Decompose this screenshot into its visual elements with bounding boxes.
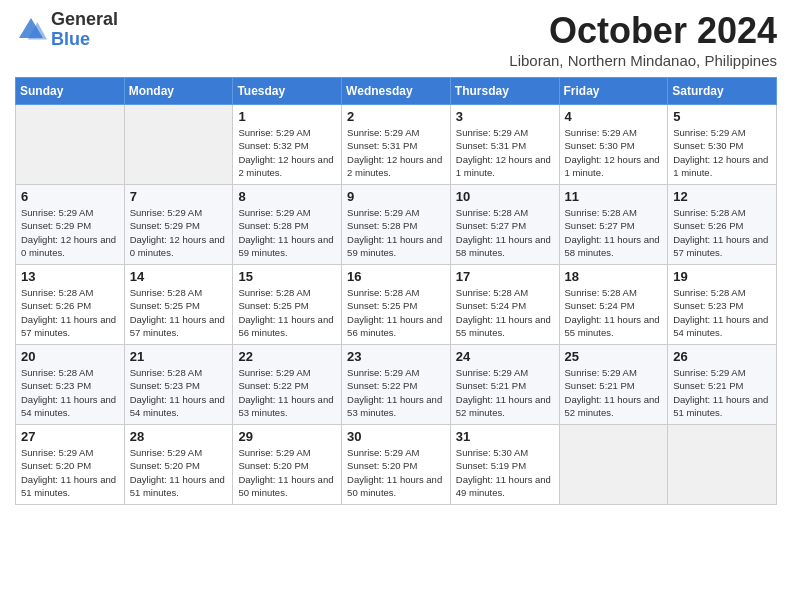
calendar-cell: 26Sunrise: 5:29 AMSunset: 5:21 PMDayligh… <box>668 345 777 425</box>
day-number: 18 <box>565 269 663 284</box>
cell-info: Sunrise: 5:28 AMSunset: 5:24 PMDaylight:… <box>456 286 554 339</box>
calendar-cell: 20Sunrise: 5:28 AMSunset: 5:23 PMDayligh… <box>16 345 125 425</box>
month-title: October 2024 <box>509 10 777 52</box>
cell-info: Sunrise: 5:29 AMSunset: 5:31 PMDaylight:… <box>347 126 445 179</box>
calendar-cell: 31Sunrise: 5:30 AMSunset: 5:19 PMDayligh… <box>450 425 559 505</box>
cell-info: Sunrise: 5:29 AMSunset: 5:20 PMDaylight:… <box>347 446 445 499</box>
cell-info: Sunrise: 5:30 AMSunset: 5:19 PMDaylight:… <box>456 446 554 499</box>
day-number: 1 <box>238 109 336 124</box>
calendar-cell: 15Sunrise: 5:28 AMSunset: 5:25 PMDayligh… <box>233 265 342 345</box>
day-number: 11 <box>565 189 663 204</box>
cell-info: Sunrise: 5:29 AMSunset: 5:22 PMDaylight:… <box>347 366 445 419</box>
day-number: 14 <box>130 269 228 284</box>
calendar-cell: 19Sunrise: 5:28 AMSunset: 5:23 PMDayligh… <box>668 265 777 345</box>
calendar-cell: 30Sunrise: 5:29 AMSunset: 5:20 PMDayligh… <box>342 425 451 505</box>
cell-info: Sunrise: 5:28 AMSunset: 5:23 PMDaylight:… <box>21 366 119 419</box>
cell-info: Sunrise: 5:29 AMSunset: 5:30 PMDaylight:… <box>673 126 771 179</box>
day-number: 16 <box>347 269 445 284</box>
col-header-sunday: Sunday <box>16 78 125 105</box>
calendar-week-1: 1Sunrise: 5:29 AMSunset: 5:32 PMDaylight… <box>16 105 777 185</box>
cell-info: Sunrise: 5:29 AMSunset: 5:28 PMDaylight:… <box>347 206 445 259</box>
cell-info: Sunrise: 5:28 AMSunset: 5:25 PMDaylight:… <box>238 286 336 339</box>
cell-info: Sunrise: 5:28 AMSunset: 5:26 PMDaylight:… <box>673 206 771 259</box>
cell-info: Sunrise: 5:28 AMSunset: 5:25 PMDaylight:… <box>347 286 445 339</box>
col-header-wednesday: Wednesday <box>342 78 451 105</box>
day-number: 26 <box>673 349 771 364</box>
day-number: 12 <box>673 189 771 204</box>
location-subtitle: Liboran, Northern Mindanao, Philippines <box>509 52 777 69</box>
col-header-thursday: Thursday <box>450 78 559 105</box>
day-number: 13 <box>21 269 119 284</box>
calendar-cell: 7Sunrise: 5:29 AMSunset: 5:29 PMDaylight… <box>124 185 233 265</box>
day-number: 10 <box>456 189 554 204</box>
cell-info: Sunrise: 5:29 AMSunset: 5:30 PMDaylight:… <box>565 126 663 179</box>
calendar-cell: 9Sunrise: 5:29 AMSunset: 5:28 PMDaylight… <box>342 185 451 265</box>
col-header-saturday: Saturday <box>668 78 777 105</box>
day-number: 17 <box>456 269 554 284</box>
cell-info: Sunrise: 5:29 AMSunset: 5:31 PMDaylight:… <box>456 126 554 179</box>
cell-info: Sunrise: 5:29 AMSunset: 5:21 PMDaylight:… <box>565 366 663 419</box>
cell-info: Sunrise: 5:29 AMSunset: 5:29 PMDaylight:… <box>21 206 119 259</box>
calendar-cell: 18Sunrise: 5:28 AMSunset: 5:24 PMDayligh… <box>559 265 668 345</box>
calendar-cell <box>668 425 777 505</box>
cell-info: Sunrise: 5:28 AMSunset: 5:27 PMDaylight:… <box>565 206 663 259</box>
calendar-cell: 17Sunrise: 5:28 AMSunset: 5:24 PMDayligh… <box>450 265 559 345</box>
day-number: 2 <box>347 109 445 124</box>
cell-info: Sunrise: 5:29 AMSunset: 5:21 PMDaylight:… <box>673 366 771 419</box>
day-number: 19 <box>673 269 771 284</box>
cell-info: Sunrise: 5:28 AMSunset: 5:23 PMDaylight:… <box>130 366 228 419</box>
calendar-week-4: 20Sunrise: 5:28 AMSunset: 5:23 PMDayligh… <box>16 345 777 425</box>
cell-info: Sunrise: 5:28 AMSunset: 5:26 PMDaylight:… <box>21 286 119 339</box>
day-number: 28 <box>130 429 228 444</box>
col-header-tuesday: Tuesday <box>233 78 342 105</box>
calendar-cell: 8Sunrise: 5:29 AMSunset: 5:28 PMDaylight… <box>233 185 342 265</box>
calendar-cell: 21Sunrise: 5:28 AMSunset: 5:23 PMDayligh… <box>124 345 233 425</box>
day-number: 6 <box>21 189 119 204</box>
logo-icon <box>15 14 47 46</box>
page-header: General Blue October 2024 Liboran, North… <box>15 10 777 69</box>
day-number: 25 <box>565 349 663 364</box>
calendar-cell <box>124 105 233 185</box>
cell-info: Sunrise: 5:28 AMSunset: 5:27 PMDaylight:… <box>456 206 554 259</box>
day-number: 23 <box>347 349 445 364</box>
cell-info: Sunrise: 5:29 AMSunset: 5:28 PMDaylight:… <box>238 206 336 259</box>
day-number: 3 <box>456 109 554 124</box>
cell-info: Sunrise: 5:28 AMSunset: 5:24 PMDaylight:… <box>565 286 663 339</box>
calendar-week-3: 13Sunrise: 5:28 AMSunset: 5:26 PMDayligh… <box>16 265 777 345</box>
logo-blue-text: Blue <box>51 30 118 50</box>
calendar-cell: 12Sunrise: 5:28 AMSunset: 5:26 PMDayligh… <box>668 185 777 265</box>
title-block: October 2024 Liboran, Northern Mindanao,… <box>509 10 777 69</box>
cell-info: Sunrise: 5:29 AMSunset: 5:21 PMDaylight:… <box>456 366 554 419</box>
cell-info: Sunrise: 5:29 AMSunset: 5:29 PMDaylight:… <box>130 206 228 259</box>
cell-info: Sunrise: 5:29 AMSunset: 5:32 PMDaylight:… <box>238 126 336 179</box>
cell-info: Sunrise: 5:29 AMSunset: 5:20 PMDaylight:… <box>238 446 336 499</box>
day-number: 22 <box>238 349 336 364</box>
calendar-cell: 13Sunrise: 5:28 AMSunset: 5:26 PMDayligh… <box>16 265 125 345</box>
day-number: 8 <box>238 189 336 204</box>
day-number: 30 <box>347 429 445 444</box>
day-number: 20 <box>21 349 119 364</box>
col-header-monday: Monday <box>124 78 233 105</box>
day-number: 4 <box>565 109 663 124</box>
cell-info: Sunrise: 5:29 AMSunset: 5:20 PMDaylight:… <box>130 446 228 499</box>
calendar-cell: 14Sunrise: 5:28 AMSunset: 5:25 PMDayligh… <box>124 265 233 345</box>
calendar-cell: 6Sunrise: 5:29 AMSunset: 5:29 PMDaylight… <box>16 185 125 265</box>
cell-info: Sunrise: 5:28 AMSunset: 5:25 PMDaylight:… <box>130 286 228 339</box>
calendar-cell: 11Sunrise: 5:28 AMSunset: 5:27 PMDayligh… <box>559 185 668 265</box>
logo-text: General Blue <box>51 10 118 50</box>
calendar-cell: 25Sunrise: 5:29 AMSunset: 5:21 PMDayligh… <box>559 345 668 425</box>
calendar-cell: 16Sunrise: 5:28 AMSunset: 5:25 PMDayligh… <box>342 265 451 345</box>
calendar-cell: 22Sunrise: 5:29 AMSunset: 5:22 PMDayligh… <box>233 345 342 425</box>
day-number: 21 <box>130 349 228 364</box>
day-number: 15 <box>238 269 336 284</box>
calendar-cell: 28Sunrise: 5:29 AMSunset: 5:20 PMDayligh… <box>124 425 233 505</box>
cell-info: Sunrise: 5:29 AMSunset: 5:22 PMDaylight:… <box>238 366 336 419</box>
day-number: 29 <box>238 429 336 444</box>
calendar-week-5: 27Sunrise: 5:29 AMSunset: 5:20 PMDayligh… <box>16 425 777 505</box>
calendar-week-2: 6Sunrise: 5:29 AMSunset: 5:29 PMDaylight… <box>16 185 777 265</box>
col-header-friday: Friday <box>559 78 668 105</box>
calendar-table: SundayMondayTuesdayWednesdayThursdayFrid… <box>15 77 777 505</box>
calendar-cell: 10Sunrise: 5:28 AMSunset: 5:27 PMDayligh… <box>450 185 559 265</box>
calendar-cell: 1Sunrise: 5:29 AMSunset: 5:32 PMDaylight… <box>233 105 342 185</box>
calendar-cell: 2Sunrise: 5:29 AMSunset: 5:31 PMDaylight… <box>342 105 451 185</box>
